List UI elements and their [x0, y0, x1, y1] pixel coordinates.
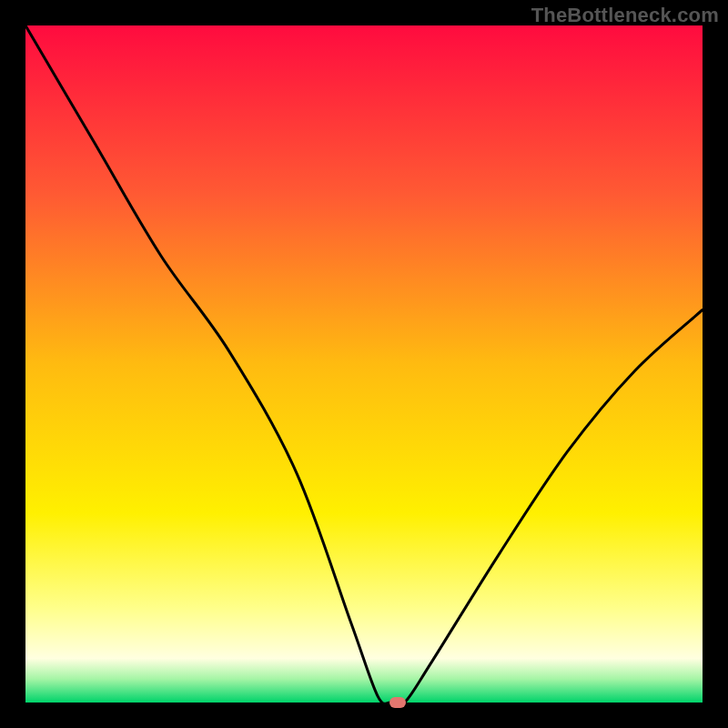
- chart-frame: TheBottleneck.com: [0, 0, 728, 728]
- chart-background: [25, 25, 703, 703]
- watermark-text: TheBottleneck.com: [531, 4, 719, 27]
- chart-svg: [25, 25, 703, 703]
- bottleneck-chart: [25, 25, 703, 703]
